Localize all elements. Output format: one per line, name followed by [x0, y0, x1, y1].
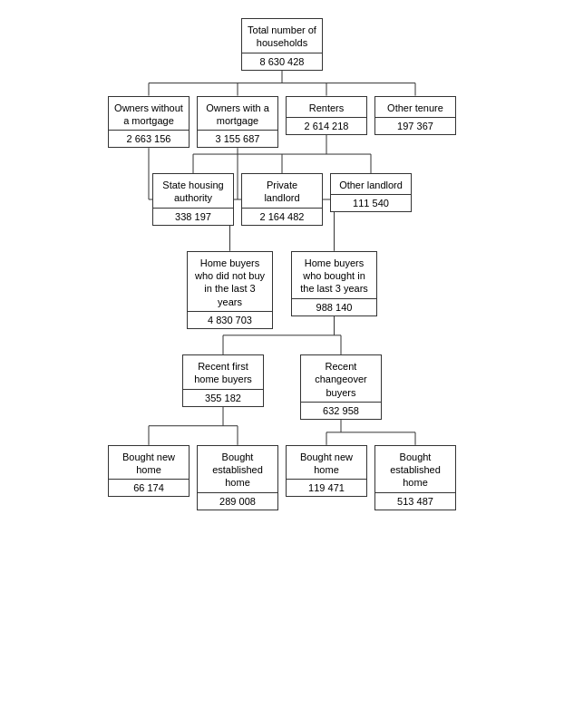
changeover-new-label: Bought new home: [287, 446, 366, 480]
bought-last3-value: 988 140: [292, 298, 376, 315]
first-established-home-node: Bought established home 289 008: [197, 445, 278, 510]
private-landlord-label: Private landlord: [242, 174, 322, 208]
other-landlord-label: Other landlord: [334, 174, 408, 194]
first-established-label: Bought established home: [198, 446, 277, 492]
total-value: 8 630 428: [242, 53, 322, 70]
changeover-established-value: 513 487: [375, 492, 455, 510]
recent-changeover-label: Recent changeover buyers: [301, 355, 381, 402]
changeover-new-value: 119 471: [287, 479, 366, 496]
other-landlord-node: Other landlord 111 540: [330, 173, 412, 212]
renters-label: Renters: [304, 97, 350, 117]
owners-no-mortgage-value: 2 663 156: [109, 130, 189, 147]
recent-first-node: Recent first home buyers 355 182: [182, 354, 264, 407]
state-housing-node: State housing authority 338 197: [152, 173, 234, 226]
changeover-established-label: Bought established home: [375, 446, 455, 492]
other-tenure-value: 197 367: [375, 117, 455, 134]
other-tenure-label: Other tenure: [382, 97, 449, 117]
changeover-new-home-node: Bought new home 119 471: [286, 445, 367, 498]
private-landlord-node: Private landlord 2 164 482: [241, 173, 323, 226]
recent-first-label: Recent first home buyers: [183, 355, 263, 389]
owners-with-mortgage-value: 3 155 687: [198, 130, 277, 147]
first-established-value: 289 008: [198, 492, 277, 510]
owners-with-mortgage-label: Owners with a mortgage: [198, 97, 277, 131]
renters-node: Renters 2 614 218: [286, 96, 367, 135]
total-node: Total number of households 8 630 428: [241, 18, 323, 71]
total-label: Total number of households: [242, 19, 322, 53]
owners-no-mortgage-node: Owners without a mortgage 2 663 156: [108, 96, 190, 149]
changeover-established-home-node: Bought established home 513 487: [374, 445, 456, 510]
recent-changeover-value: 632 958: [301, 402, 381, 419]
state-housing-value: 338 197: [153, 208, 233, 225]
not-bought-label: Home buyers who did not buy in the last …: [188, 252, 272, 311]
first-new-label: Bought new home: [109, 446, 189, 480]
not-bought-value: 4 830 703: [188, 311, 272, 328]
state-housing-label: State housing authority: [153, 174, 233, 208]
owners-no-mortgage-label: Owners without a mortgage: [109, 97, 189, 131]
bought-last3-label: Home buyers who bought in the last 3 yea…: [292, 252, 376, 298]
recent-changeover-node: Recent changeover buyers 632 958: [300, 354, 382, 420]
owners-with-mortgage-node: Owners with a mortgage 3 155 687: [197, 96, 278, 149]
private-landlord-value: 2 164 482: [242, 208, 322, 225]
recent-first-value: 355 182: [183, 389, 263, 406]
bought-last3-node: Home buyers who bought in the last 3 yea…: [291, 251, 377, 316]
renters-value: 2 614 218: [287, 117, 366, 134]
first-new-home-node: Bought new home 66 174: [108, 445, 190, 498]
not-bought-node: Home buyers who did not buy in the last …: [187, 251, 273, 329]
other-tenure-node: Other tenure 197 367: [374, 96, 456, 135]
first-new-value: 66 174: [109, 479, 189, 496]
other-landlord-value: 111 540: [331, 194, 411, 211]
